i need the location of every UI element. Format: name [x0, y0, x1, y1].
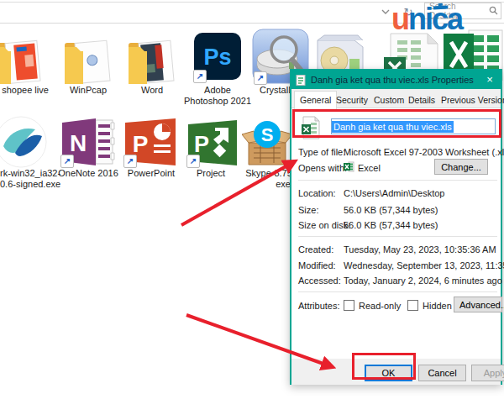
desktop-icon-project[interactable]: P ↗: [185, 119, 239, 170]
field-label: Type of file:: [298, 147, 345, 157]
change-button[interactable]: Change...: [434, 159, 488, 175]
ok-button[interactable]: OK: [365, 365, 412, 381]
separator: [298, 180, 497, 181]
field-label: Location:: [298, 188, 336, 198]
shortcut-arrow-icon: ↗: [60, 155, 74, 168]
desktop-icon-powerpoint[interactable]: P ↗: [122, 118, 179, 170]
checkbox-icon: [344, 300, 354, 311]
svg-text:P: P: [194, 132, 209, 157]
dialog-file-icon: [296, 75, 307, 86]
field-value: Tuesday, May 23, 2023, 10:35:36 AM: [344, 244, 496, 255]
dialog-title: Danh gia ket qua thu viec.xls Properties: [311, 75, 474, 85]
separator: [298, 291, 497, 292]
svg-text:S: S: [261, 124, 274, 145]
field-label: Modified:: [298, 260, 336, 270]
tab-security[interactable]: Security: [331, 92, 373, 108]
field-label: Accessed:: [298, 276, 341, 286]
field-value: C:\Users\Admin\Desktop: [344, 188, 444, 198]
desktop: ↻ Search Desktop unica: [0, 0, 504, 420]
dialog-titlebar[interactable]: Danh gia ket qua thu viec.xls Properties…: [291, 71, 501, 89]
tab-details[interactable]: Details: [403, 92, 440, 108]
shortcut-arrow-icon: ↗: [254, 71, 267, 85]
cancel-button[interactable]: Cancel: [418, 365, 466, 381]
field-label: Opens with:: [298, 163, 347, 173]
search-icon: [489, 6, 498, 17]
hidden-checkbox[interactable]: Hidden: [407, 300, 452, 311]
separator: [298, 236, 497, 237]
excel-mini-icon: [344, 161, 354, 172]
desktop-icon-photoshop[interactable]: Ps ↗: [193, 32, 242, 84]
desktop-icon-label: Word: [124, 85, 180, 96]
shortcut-arrow-icon: ↗: [123, 155, 137, 168]
field-label: Created:: [298, 244, 333, 255]
field-value: Excel: [358, 163, 381, 173]
field-value: Microsoft Excel 97-2003 Worksheet (.xls): [344, 147, 504, 157]
unica-logo: unica: [391, 2, 462, 37]
desktop-icon-winpcap[interactable]: [62, 35, 116, 87]
tab-previous-versions[interactable]: Previous Versions: [436, 92, 504, 108]
field-label: Size:: [298, 205, 318, 215]
svg-text:N: N: [70, 130, 87, 156]
dialog-tabstrip: General Security Custom Details Previous…: [291, 89, 501, 108]
dialog-button-bar: OK Cancel Apply: [291, 359, 501, 385]
desktop-icon-wireshark-installer[interactable]: [0, 116, 49, 171]
close-icon[interactable]: ×: [482, 72, 497, 87]
desktop-icon-onenote[interactable]: N ↗: [59, 118, 116, 170]
field-value: Today, January 2, 2024, 6 minutes ago: [344, 276, 502, 286]
field-value: 56.0 KB (57,344 bytes): [344, 205, 438, 215]
svg-text:Ps: Ps: [203, 45, 231, 70]
properties-dialog: Danh gia ket qua thu viec.xls Properties…: [290, 69, 502, 385]
filename-input[interactable]: Danh gia ket qua thu viec.xls: [331, 118, 496, 134]
xls-file-icon: [301, 116, 321, 139]
field-value: 56.0 KB (57,344 bytes): [344, 220, 438, 230]
field-value: Wednesday, September 13, 2023, 11:35:04 …: [344, 260, 504, 270]
desktop-icon-label: shopee live: [0, 85, 52, 96]
desktop-icon-label: WinPcap: [60, 85, 116, 96]
field-label: Attributes:: [298, 301, 340, 311]
svg-text:P: P: [133, 131, 149, 157]
desktop-icon-word[interactable]: [126, 35, 180, 87]
desktop-icon-skype-installer[interactable]: S: [242, 118, 292, 170]
shortcut-arrow-icon: ↗: [186, 155, 200, 168]
readonly-checkbox[interactable]: Read-only: [344, 300, 401, 311]
shortcut-arrow-icon: ↗: [193, 70, 207, 83]
desktop-icon-shopee-live[interactable]: [0, 35, 47, 87]
checkbox-icon: [407, 300, 418, 311]
unica-logo-u: u: [391, 2, 408, 36]
apply-button[interactable]: Apply: [471, 365, 504, 381]
desktop-icon-label: AdobePhotoshop 2021: [181, 85, 254, 107]
filename-selected-text: Danh gia ket qua thu viec.xls: [332, 121, 454, 133]
advanced-button[interactable]: Advanced...: [454, 297, 502, 312]
